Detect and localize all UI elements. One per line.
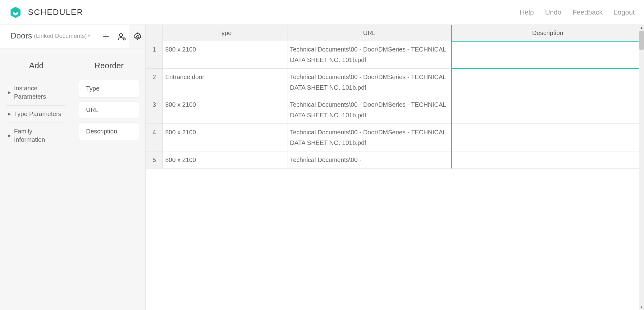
reorder-chip-type[interactable]: Type <box>79 80 139 97</box>
cell-url[interactable]: Technical Documents\00 - Door\DMSeries -… <box>287 124 451 151</box>
add-panel: Add ▶ Instance Parameters ▶ Type Paramet… <box>0 48 73 310</box>
caret-right-icon: ▶ <box>8 111 11 116</box>
reorder-panel: Reorder Type URL Description <box>73 48 145 310</box>
vertical-scrollbar[interactable]: ▲ ▼ <box>639 25 644 310</box>
table-row: 4800 x 2100Technical Documents\00 - Door… <box>146 124 644 151</box>
nav-undo[interactable]: Undo <box>545 8 561 16</box>
sidebar: Doors (Linked Documents) <box>0 25 146 310</box>
schedule-table: Type URL Description 1800 x 2100Technica… <box>146 25 644 168</box>
tree-label: Family Information <box>14 127 65 144</box>
row-number[interactable]: 5 <box>146 151 163 168</box>
cell-description[interactable] <box>451 151 644 168</box>
tree-label: Type Parameters <box>14 110 61 118</box>
header-type[interactable]: Type <box>163 25 287 41</box>
nav-help[interactable]: Help <box>520 8 534 16</box>
row-number[interactable]: 4 <box>146 124 163 151</box>
cell-url[interactable]: Technical Documents\00 - Door\DMSeries -… <box>287 69 451 96</box>
row-number[interactable]: 2 <box>146 69 163 96</box>
add-schedule-button[interactable] <box>98 25 114 48</box>
schedule-title-sub: (Linked Documents) <box>34 33 87 39</box>
cell-url[interactable]: Technical Documents\00 - Door\DMSeries -… <box>287 96 451 124</box>
reorder-heading: Reorder <box>79 61 139 70</box>
svg-point-9 <box>136 35 139 38</box>
nav-logout[interactable]: Logout <box>614 8 635 16</box>
tree-instance-parameters[interactable]: ▶ Instance Parameters <box>6 80 66 106</box>
app-title: SCHEDULER <box>28 7 83 17</box>
logo-area: SCHEDULER <box>9 6 83 19</box>
app-logo-icon <box>9 6 22 19</box>
grid-scroll[interactable]: Type URL Description 1800 x 2100Technica… <box>146 25 644 310</box>
header-url[interactable]: URL <box>287 25 451 41</box>
tree-type-parameters[interactable]: ▶ Type Parameters <box>6 106 66 123</box>
schedule-title-main: Doors <box>11 31 32 41</box>
cell-description[interactable] <box>451 41 644 69</box>
tree-label: Instance Parameters <box>14 84 65 101</box>
cell-type[interactable]: 800 x 2100 <box>163 151 287 168</box>
cell-type[interactable]: 800 x 2100 <box>163 124 287 151</box>
scroll-track[interactable] <box>639 30 644 304</box>
reorder-chip-url[interactable]: URL <box>79 101 139 119</box>
scroll-down-icon[interactable]: ▼ <box>640 304 643 310</box>
reorder-chip-description[interactable]: Description <box>79 123 139 140</box>
table-row: 1800 x 2100Technical Documents\00 - Door… <box>146 41 644 69</box>
filter-icon[interactable] <box>87 34 91 38</box>
cell-description[interactable] <box>451 69 644 96</box>
user-plus-icon <box>117 32 126 41</box>
scroll-up-icon[interactable]: ▲ <box>640 25 643 30</box>
cell-description[interactable] <box>451 96 644 124</box>
scroll-thumb[interactable] <box>639 31 644 50</box>
top-nav: Help Undo Feedback Logout <box>520 8 635 16</box>
table-row: 2Entrance doorTechnical Documents\00 - D… <box>146 69 644 96</box>
nav-feedback[interactable]: Feedback <box>573 8 603 16</box>
cell-type[interactable]: Entrance door <box>163 69 287 96</box>
add-heading: Add <box>6 61 66 70</box>
sidebar-header: Doors (Linked Documents) <box>0 25 145 48</box>
gear-icon <box>133 32 142 41</box>
sidebar-panels: Add ▶ Instance Parameters ▶ Type Paramet… <box>0 48 145 310</box>
main-grid: Type URL Description 1800 x 2100Technica… <box>146 25 644 310</box>
row-number[interactable]: 3 <box>146 96 163 124</box>
table-row: 5800 x 2100Technical Documents\00 - <box>146 151 644 168</box>
content: Doors (Linked Documents) <box>0 25 644 310</box>
caret-right-icon: ▶ <box>8 90 11 95</box>
caret-right-icon: ▶ <box>8 133 11 138</box>
schedule-title[interactable]: Doors (Linked Documents) <box>0 25 98 48</box>
cell-url[interactable]: Technical Documents\00 - Door\DMSeries -… <box>287 41 451 69</box>
cell-description[interactable] <box>451 124 644 151</box>
table-row: 3800 x 2100Technical Documents\00 - Door… <box>146 96 644 124</box>
tree-family-information[interactable]: ▶ Family Information <box>6 123 66 148</box>
cell-type[interactable]: 800 x 2100 <box>163 96 287 124</box>
plus-icon <box>102 33 110 41</box>
cell-type[interactable]: 800 x 2100 <box>163 41 287 69</box>
topbar: SCHEDULER Help Undo Feedback Logout <box>0 0 644 25</box>
header-rownum <box>146 25 163 41</box>
svg-point-5 <box>119 34 122 37</box>
settings-button[interactable] <box>130 25 145 48</box>
row-number[interactable]: 1 <box>146 41 163 69</box>
share-user-button[interactable] <box>114 25 130 48</box>
cell-url[interactable]: Technical Documents\00 - <box>287 151 451 168</box>
header-description[interactable]: Description <box>451 25 644 41</box>
